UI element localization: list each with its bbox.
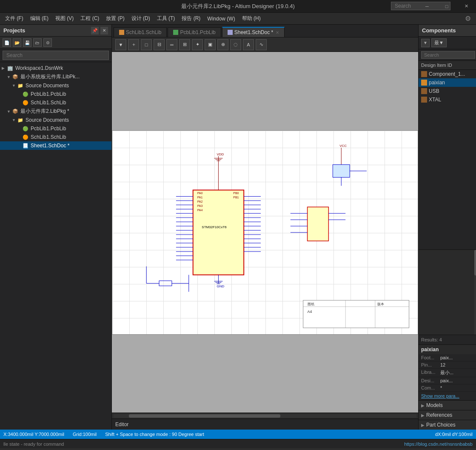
tree-item-srcfolder2[interactable]: ▼ 📁 Source Documents <box>0 116 111 124</box>
canvas-hscroll[interactable] <box>112 413 418 418</box>
tree-item-workspace[interactable]: ▶ 🏢 Workspace1.DsnWrk <box>0 64 111 72</box>
ed-wave-btn[interactable]: ∿ <box>256 39 267 50</box>
menu-view[interactable]: 视图 (V) <box>52 13 77 24</box>
section-references[interactable]: ▶ References <box>419 410 476 420</box>
ed-box-btn[interactable]: ▣ <box>205 39 216 50</box>
menu-edit[interactable]: 编辑 (E) <box>27 13 52 24</box>
comp-search-input[interactable] <box>421 51 475 59</box>
tree-item-pcblib1-1[interactable]: 🟢 PcbLib1.PcbLib <box>0 90 111 98</box>
panel-pin-button[interactable]: 📌 <box>91 27 99 34</box>
settings-proj-icon[interactable]: ⚙ <box>43 38 52 47</box>
right-vscroll-thumb[interactable] <box>474 250 476 275</box>
tree-item-schlib1-1[interactable]: 🟠 SchLib1.SchLib <box>0 98 111 107</box>
ed-align-btn[interactable]: ═ <box>166 39 177 50</box>
detail-key-pin: Pin... <box>421 362 440 367</box>
hscroll-thumb[interactable] <box>129 414 280 418</box>
lib2-icon: 📦 <box>12 108 19 115</box>
tab-sheet1-close[interactable]: ✕ <box>276 30 279 35</box>
menu-place[interactable]: 放置 (P) <box>103 13 128 24</box>
comp-filter-icon[interactable]: ▼ <box>421 39 430 47</box>
menu-design[interactable]: 设计 (D) <box>128 13 154 24</box>
comp-icon-usb <box>421 88 427 94</box>
canvas-area[interactable]: STM32F10CxT6 PA0 PA1 PA2 PA3 PA4 PB0 PB1… <box>112 52 418 413</box>
sheet1-icon: 📃 <box>22 142 29 149</box>
close-button[interactable]: ✕ <box>456 0 476 12</box>
maximize-button[interactable]: □ <box>437 0 456 12</box>
menu-bar: 文件 (F) 编辑 (E) 视图 (V) 工程 (C) 放置 (P) 设计 (D… <box>0 13 476 25</box>
tab-pcblib-icon <box>173 30 178 35</box>
hscroll-track[interactable] <box>114 414 416 418</box>
ed-add-btn[interactable]: ＋ <box>128 39 139 50</box>
schlib1-2-icon: 🟠 <box>22 134 29 140</box>
detail-row-foot: Foot... paix... <box>419 354 476 361</box>
status-grid: Grid:100mil <box>73 432 97 437</box>
minimize-button[interactable]: ─ <box>417 0 437 12</box>
design-item-id-label: Design Item ID <box>419 61 476 70</box>
menu-tools[interactable]: 工具 (T) <box>154 13 179 24</box>
comp-item-paixian[interactable]: paixian <box>419 78 476 87</box>
menu-help[interactable]: 帮助 (H) <box>239 13 264 24</box>
detail-key-des: Desi... <box>421 378 440 383</box>
ed-rect-btn[interactable]: □ <box>141 39 152 50</box>
show-more-link[interactable]: Show more para... <box>419 392 476 400</box>
menu-window[interactable]: Window (W) <box>204 14 238 23</box>
ed-circle-btn[interactable]: ◌ <box>230 39 241 50</box>
selected-component-label: paixian <box>419 345 476 354</box>
right-vscroll[interactable] <box>474 250 476 335</box>
lib2-label: 最小元件库2.LibPkg * <box>20 108 69 115</box>
schlib1-2-label: SchLib1.SchLib <box>31 134 66 140</box>
detail-val-lib: 最小... <box>440 370 453 376</box>
menu-project[interactable]: 工程 (C) <box>77 13 103 24</box>
detail-row-lib: Libra... 最小... <box>419 369 476 377</box>
ed-minus-btn[interactable]: ⊟ <box>154 39 165 50</box>
menu-file[interactable]: 文件 (F) <box>2 13 27 24</box>
ed-star-btn[interactable]: ✦ <box>192 39 203 50</box>
svg-text:PA3: PA3 <box>197 204 203 207</box>
comp-item-xtal[interactable]: XTAL <box>419 95 476 104</box>
tree-item-srcfolder1[interactable]: ▼ 📁 Source Documents <box>0 81 111 90</box>
tab-pcblib[interactable]: PcbLib1.PcbLib <box>168 27 221 37</box>
comp-icon-component1 <box>421 71 427 77</box>
vscroll-area[interactable] <box>419 249 476 335</box>
schlib1-1-label: SchLib1.SchLib <box>31 100 66 106</box>
save-icon[interactable]: 💾 <box>23 38 31 47</box>
new-doc-icon[interactable]: 📄 <box>3 38 11 47</box>
bottom-url[interactable]: https://blog.csdn.net/nsnsnbabsb <box>404 441 473 447</box>
pcblib1-1-label: PcbLib1.PcbLib <box>31 91 66 97</box>
tree-item-schlib1-2[interactable]: 🟠 SchLib1.SchLib <box>0 133 111 141</box>
ed-filter-btn[interactable]: ▼ <box>115 39 126 50</box>
tree-item-lib1[interactable]: ▼ 📦 最小系统板元件库.LibPk... <box>0 72 111 81</box>
schematic-sheet[interactable]: STM32F10CxT6 PA0 PA1 PA2 PA3 PA4 PB0 PB1… <box>112 130 418 335</box>
projects-panel: Projects 📌 ✕ 📄 📂 💾 🗁 ⚙ ▶ 🏢 Workspace1.Ds… <box>0 25 112 430</box>
section-models[interactable]: ▶ Models <box>419 400 476 410</box>
comp-view-btn[interactable]: 最▼ <box>431 38 447 47</box>
ed-cross-btn[interactable]: ⊕ <box>217 39 228 50</box>
settings-icon[interactable]: ⚙ <box>462 14 474 23</box>
projects-panel-title: Projects <box>3 27 25 34</box>
tab-sheet1-icon <box>228 30 233 35</box>
section-partchoices[interactable]: ▶ Part Choices <box>419 420 476 430</box>
projects-search-input[interactable] <box>3 51 109 60</box>
title-bar: 最小元件库2.LibPkg - Altium Designer (19.0.4)… <box>0 0 476 13</box>
folder-icon[interactable]: 🗁 <box>33 38 42 47</box>
tree-item-pcblib1-2[interactable]: 🟢 PcbLib1.PcbLib <box>0 124 111 133</box>
ed-text-btn[interactable]: A <box>243 39 254 50</box>
workspace-label: Workspace1.DsnWrk <box>15 65 63 71</box>
editor-tab-label[interactable]: Editor <box>115 421 128 427</box>
svg-text:版本: 版本 <box>377 302 384 306</box>
detail-table: Foot... paix... Pin... 12 Libra... 最小...… <box>419 354 476 392</box>
open-icon[interactable]: 📂 <box>13 38 21 47</box>
lib2-arrow: ▼ <box>7 109 12 114</box>
comp-item-component1[interactable]: Component_1... <box>419 70 476 78</box>
tab-schlib[interactable]: SchLib1.SchLib <box>114 27 167 37</box>
comp-item-usb[interactable]: USB <box>419 87 476 95</box>
tab-sheet1[interactable]: Sheet1.SchDoc * ✕ <box>222 27 285 37</box>
srcfolder1-arrow: ▼ <box>12 83 17 88</box>
ed-grid-btn[interactable]: ⊞ <box>179 39 190 50</box>
models-label: Models <box>426 402 443 408</box>
srcfolder2-icon: 📁 <box>17 117 24 123</box>
tree-item-sheet1[interactable]: 📃 Sheet1.SchDoc * <box>0 141 111 150</box>
panel-close-button[interactable]: ✕ <box>100 27 108 34</box>
tree-item-lib2[interactable]: ▼ 📦 最小元件库2.LibPkg * <box>0 107 111 116</box>
menu-report[interactable]: 报告 (R) <box>178 13 204 24</box>
